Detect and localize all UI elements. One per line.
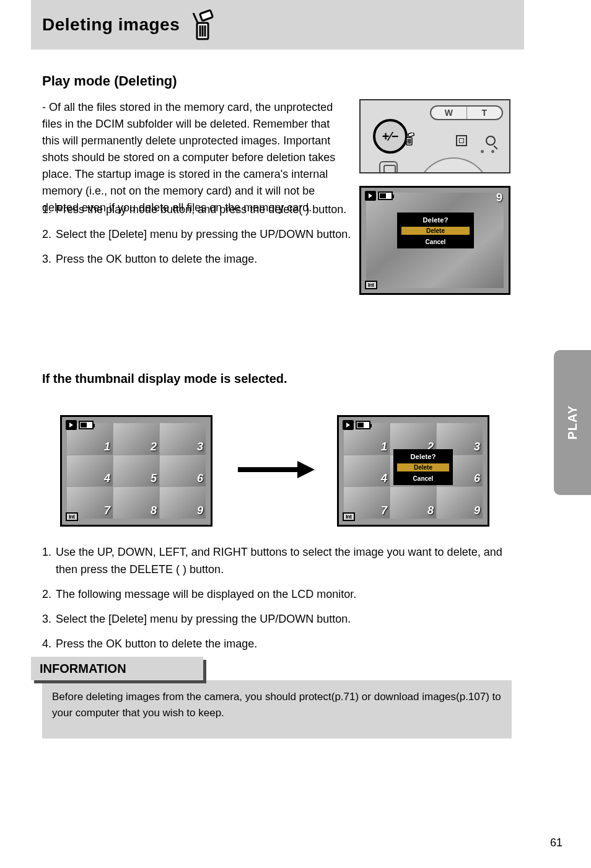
lcd-thumbnail-after: 1 2 3 4 5 6 7 8 9 Int Delete? Delete Can… [337, 415, 489, 527]
indicator-leds [481, 150, 494, 153]
dialog-option-cancel[interactable]: Cancel [397, 475, 449, 483]
step-text: Select the [Delete] menu by pressing the… [56, 611, 351, 628]
battery-icon [378, 191, 393, 200]
camera-controls-figure: W T +⁄− [359, 99, 510, 173]
dialog-prompt: Delete? [410, 453, 436, 460]
svg-rect-4 [200, 10, 213, 20]
internal-memory-icon: Int [66, 512, 78, 521]
thumb-cell: 8 [390, 487, 436, 519]
steps-list-thumbnails: 1. Use the UP, DOWN, LEFT, and RIGHT but… [42, 544, 513, 660]
thumb-cell: 2 [113, 423, 159, 455]
play-mode-icon [66, 420, 77, 430]
thumbnail-grid: 1 2 3 4 5 6 7 8 9 [67, 423, 206, 519]
dialog-prompt: Delete? [422, 216, 448, 224]
ev-delete-button: +⁄− [373, 119, 408, 154]
step-text: Press the play mode button, and press th… [56, 201, 346, 219]
step-number: 3. [42, 611, 56, 628]
page-number: 61 [550, 836, 563, 849]
lcd-single-preview: 9 Int Delete? Delete Cancel [359, 186, 510, 295]
delete-dialog: Delete? Delete Cancel [397, 213, 474, 248]
step-number: 4. [42, 636, 56, 653]
step-text: Select the [Delete] menu by pressing the… [56, 226, 351, 243]
trash-erase-icon [188, 9, 214, 44]
dialog-option-delete[interactable]: Delete [401, 227, 470, 235]
thumb-cell: 9 [437, 487, 483, 519]
thumb-cell: 9 [160, 487, 206, 519]
thumbnail-icon [456, 135, 467, 146]
step-text: Press the OK button to delete the image. [56, 251, 257, 268]
trash-icon [404, 133, 415, 149]
nav-pad-icon [416, 157, 491, 173]
dialog-option-delete[interactable]: Delete [397, 463, 449, 471]
lcd-thumbnail-before: 1 2 3 4 5 6 7 8 9 Int [60, 415, 212, 527]
step-number: 1. [42, 544, 56, 579]
ev-glyph: +⁄− [382, 129, 399, 144]
section-heading: Play mode (Deleting) [42, 73, 177, 89]
step-text: The following message will be displayed … [56, 586, 356, 603]
page-title: Deleting images [42, 15, 180, 35]
zoom-rocker: W T [430, 105, 503, 120]
thumb-cell: 8 [113, 487, 159, 519]
display-button-icon [379, 161, 398, 173]
header-band: Deleting images [31, 0, 524, 50]
side-tab-label: PLAY [566, 405, 580, 440]
steps-list: 1. Press the play mode button, and press… [42, 201, 352, 276]
lead-paragraph: - Of all the files stored in the memory … [42, 99, 346, 216]
step-number: 1. [42, 201, 56, 219]
lead-text: - Of all the files stored in the memory … [42, 101, 335, 214]
step-number: 3. [42, 251, 56, 268]
information-tag: INFORMATION [31, 657, 203, 680]
internal-memory-icon: Int [343, 512, 355, 521]
arrow-right-icon [238, 461, 318, 478]
information-text: Before deleting images from the camera, … [52, 689, 503, 722]
side-tab-play: PLAY [554, 350, 591, 495]
step-text: Press the OK button to delete the image. [56, 636, 257, 653]
magnifier-icon [486, 136, 496, 146]
subsection-heading: If the thumbnail display mode is selecte… [42, 372, 287, 386]
play-mode-icon [365, 191, 376, 201]
step-number: 2. [42, 586, 56, 603]
thumb-cell: 3 [160, 423, 206, 455]
battery-icon [79, 421, 94, 429]
icon-strip [456, 135, 496, 146]
thumb-cell: 5 [113, 455, 159, 487]
delete-dialog: Delete? Delete Cancel [393, 449, 453, 485]
thumb-cell: 4 [344, 455, 390, 487]
zoom-tele-label: T [467, 107, 502, 119]
image-counter: 9 [496, 191, 502, 204]
battery-icon [356, 421, 370, 429]
svg-line-5 [193, 13, 198, 24]
information-box: INFORMATION Before deleting images from … [31, 657, 518, 739]
step-number: 2. [42, 226, 56, 243]
thumb-cell: 6 [160, 455, 206, 487]
zoom-wide-label: W [431, 107, 467, 119]
internal-memory-icon: Int [365, 281, 377, 289]
step-text: Use the UP, DOWN, LEFT, and RIGHT button… [56, 544, 513, 579]
svg-rect-10 [408, 133, 414, 137]
play-mode-icon [343, 420, 354, 430]
dialog-option-cancel[interactable]: Cancel [401, 238, 470, 246]
thumb-cell: 4 [67, 455, 113, 487]
